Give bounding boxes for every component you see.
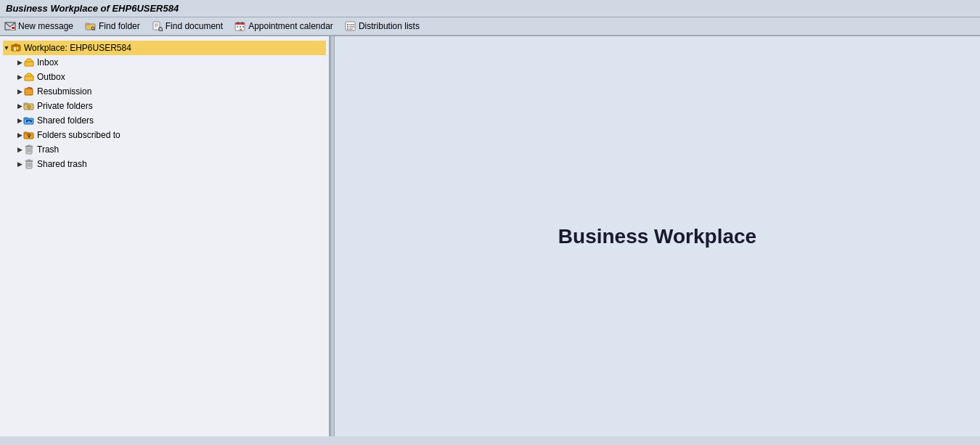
svg-rect-31 xyxy=(17,47,18,49)
shared-folders-icon xyxy=(23,115,35,126)
tree-item-private-folders[interactable]: ▶ Private folders xyxy=(3,99,326,113)
main-heading: Business Workplace xyxy=(558,225,756,248)
tree-item-outbox[interactable]: ▶ Outbox xyxy=(3,70,326,84)
shared-folders-label: Shared folders xyxy=(37,115,94,126)
tree-item-workplace[interactable]: ▼ Workplace: EHP6USER584 xyxy=(3,41,326,55)
svg-point-40 xyxy=(26,121,28,122)
folder-find-icon xyxy=(85,20,97,32)
main-content-panel: Business Workplace xyxy=(335,36,980,436)
resubmission-icon xyxy=(23,86,35,97)
find-folder-label: Find folder xyxy=(99,21,140,31)
outbox-label: Outbox xyxy=(37,72,65,82)
appointment-calendar-label: Appointment calendar xyxy=(248,21,333,31)
find-folder-button[interactable]: Find folder xyxy=(85,20,140,32)
list-icon xyxy=(345,20,356,32)
inbox-toggle[interactable]: ▶ xyxy=(16,59,23,66)
tree-item-trash[interactable]: ▶ Trash xyxy=(3,142,326,157)
tree-root: ▼ Workplace: EHP6USER584 ▶ xyxy=(0,39,329,173)
new-message-label: New message xyxy=(18,21,73,31)
tree-item-folders-subscribed[interactable]: ▶ Folders subscribed to xyxy=(3,128,326,142)
main-area: ▼ Workplace: EHP6USER584 ▶ xyxy=(0,36,980,436)
calendar-icon: ✕ xyxy=(234,20,246,32)
svg-point-22 xyxy=(347,24,348,25)
svg-rect-30 xyxy=(14,47,16,51)
trash-toggle[interactable]: ▶ xyxy=(16,146,23,153)
outbox-toggle[interactable]: ▶ xyxy=(16,73,23,81)
new-message-button[interactable]: New message xyxy=(4,20,73,32)
svg-rect-35 xyxy=(24,103,28,105)
svg-rect-43 xyxy=(24,132,28,134)
resubmission-toggle[interactable]: ▶ xyxy=(16,88,23,95)
distribution-lists-label: Distribution lists xyxy=(359,21,420,31)
svg-rect-47 xyxy=(28,145,30,147)
shared-folders-toggle[interactable]: ▶ xyxy=(16,117,23,124)
subscribed-toggle[interactable]: ▶ xyxy=(16,131,23,139)
inbox-label: Inbox xyxy=(37,57,58,68)
svg-rect-19 xyxy=(242,26,244,28)
private-folders-toggle[interactable]: ▶ xyxy=(16,102,23,110)
title-bar: Business Workplace of EHP6USER584 xyxy=(0,0,980,17)
inbox-icon xyxy=(23,57,35,68)
svg-rect-4 xyxy=(86,23,89,25)
workplace-toggle[interactable]: ▼ xyxy=(3,44,10,52)
trash-label: Trash xyxy=(37,144,59,155)
subscribed-icon xyxy=(23,129,35,141)
outbox-icon xyxy=(23,71,35,83)
svg-point-41 xyxy=(30,121,32,122)
tree-item-shared-trash[interactable]: ▶ Shared trash xyxy=(3,157,326,171)
tree-item-resubmission[interactable]: ▶ Resubmission xyxy=(3,84,326,99)
toolbar: New message Find folder Find document xyxy=(0,17,980,36)
shared-trash-icon xyxy=(23,158,35,170)
doc-find-icon xyxy=(152,20,163,32)
title-text: Business Workplace of EHP6USER584 xyxy=(6,3,179,14)
svg-rect-39 xyxy=(24,118,28,119)
tree-panel: ▼ Workplace: EHP6USER584 ▶ xyxy=(0,36,330,436)
subscribed-label: Folders subscribed to xyxy=(37,130,121,140)
svg-point-23 xyxy=(347,26,348,28)
tree-children: ▶ Inbox ▶ xyxy=(3,55,326,171)
svg-point-24 xyxy=(347,28,348,30)
svg-line-12 xyxy=(162,30,163,31)
appointment-calendar-button[interactable]: ✕ Appointment calendar xyxy=(234,20,333,32)
find-document-button[interactable]: Find document xyxy=(152,20,223,32)
shared-trash-toggle[interactable]: ▶ xyxy=(16,160,23,168)
distribution-lists-button[interactable]: Distribution lists xyxy=(345,20,420,32)
workplace-label: Workplace: EHP6USER584 xyxy=(24,43,131,53)
svg-point-44 xyxy=(28,136,30,138)
svg-rect-32 xyxy=(25,89,33,95)
private-folders-label: Private folders xyxy=(37,101,93,111)
svg-rect-53 xyxy=(28,160,30,161)
trash-icon xyxy=(23,144,35,155)
resubmission-label: Resubmission xyxy=(37,86,91,97)
envelope-icon xyxy=(4,20,16,32)
tree-item-shared-folders[interactable]: ▶ Shared folders xyxy=(3,113,326,128)
svg-text:✕: ✕ xyxy=(239,28,242,31)
shared-trash-label: Shared trash xyxy=(37,159,87,169)
find-document-label: Find document xyxy=(166,21,223,31)
svg-rect-14 xyxy=(235,23,245,25)
private-folders-icon xyxy=(23,100,35,112)
svg-rect-2 xyxy=(12,27,15,29)
tree-item-inbox[interactable]: ▶ Inbox xyxy=(3,55,326,70)
workplace-icon xyxy=(10,42,22,54)
